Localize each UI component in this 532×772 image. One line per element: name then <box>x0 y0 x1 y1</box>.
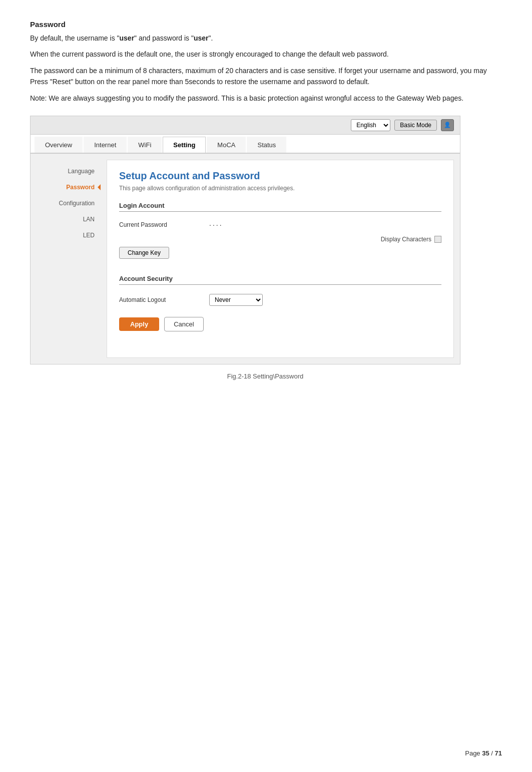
tab-overview[interactable]: Overview <box>35 137 83 153</box>
content-panel: Setup Account and Password This page all… <box>107 160 454 358</box>
change-key-button[interactable]: Change Key <box>119 247 169 259</box>
figure-caption: Fig.2-18 Setting\Password <box>30 372 500 380</box>
action-row: Apply Cancel <box>119 317 441 331</box>
tab-moca[interactable]: MoCA <box>207 137 246 153</box>
current-password-value: ···· <box>209 221 223 229</box>
apply-button[interactable]: Apply <box>119 317 159 331</box>
sidebar-item-configuration[interactable]: Configuration <box>31 196 101 211</box>
login-account-section-header: Login Account <box>119 202 441 212</box>
current-password-row: Current Password ···· <box>119 219 441 231</box>
auto-logout-label: Automatic Logout <box>119 296 209 303</box>
sidebar-item-language[interactable]: Language <box>31 164 101 179</box>
sidebar-item-led[interactable]: LED <box>31 228 101 243</box>
panel-subtitle: This page allows configuration of admini… <box>119 185 441 192</box>
current-page: 35 <box>482 749 489 757</box>
nav-tabs: Overview Internet WiFi Setting MoCA Stat… <box>31 135 460 154</box>
basic-mode-button[interactable]: Basic Mode <box>394 120 437 131</box>
section-title: Password <box>30 20 500 29</box>
user-icon-button[interactable]: 👤 <box>441 119 454 131</box>
main-area: Language Password Configuration LAN LED … <box>31 154 460 364</box>
language-select[interactable]: English Chinese <box>351 119 390 131</box>
router-ui-screenshot: English Chinese Basic Mode 👤 Overview In… <box>30 116 460 364</box>
current-password-label: Current Password <box>119 221 209 228</box>
panel-title: Setup Account and Password <box>119 170 441 182</box>
paragraph-4: Note: We are always suggesting you to mo… <box>30 93 500 104</box>
cancel-button[interactable]: Cancel <box>164 317 203 331</box>
paragraph-2: When the current password is the default… <box>30 49 500 60</box>
sidebar-item-password[interactable]: Password <box>31 180 101 195</box>
tab-setting[interactable]: Setting <box>163 137 206 153</box>
auto-logout-row: Automatic Logout Never 5 minutes 10 minu… <box>119 292 441 308</box>
display-chars-label: Display Characters <box>381 236 431 243</box>
total-pages: 71 <box>495 749 502 757</box>
tab-status[interactable]: Status <box>247 137 286 153</box>
account-security-section-header: Account Security <box>119 275 441 285</box>
sidebar: Language Password Configuration LAN LED <box>31 154 101 364</box>
display-chars-checkbox[interactable] <box>434 236 441 243</box>
tab-internet[interactable]: Internet <box>84 137 127 153</box>
auto-logout-select[interactable]: Never 5 minutes 10 minutes 30 minutes <box>209 294 263 306</box>
page-footer: Page 35 / 71 <box>465 749 502 757</box>
paragraph-1: By default, the username is "user" and p… <box>30 33 500 44</box>
display-chars-row: Display Characters <box>119 236 441 243</box>
tab-wifi[interactable]: WiFi <box>128 137 162 153</box>
user-icon: 👤 <box>444 122 451 128</box>
paragraph-3: The password can be a minimum of 8 chara… <box>30 65 500 88</box>
sidebar-item-lan[interactable]: LAN <box>31 212 101 227</box>
top-bar: English Chinese Basic Mode 👤 <box>31 116 460 135</box>
